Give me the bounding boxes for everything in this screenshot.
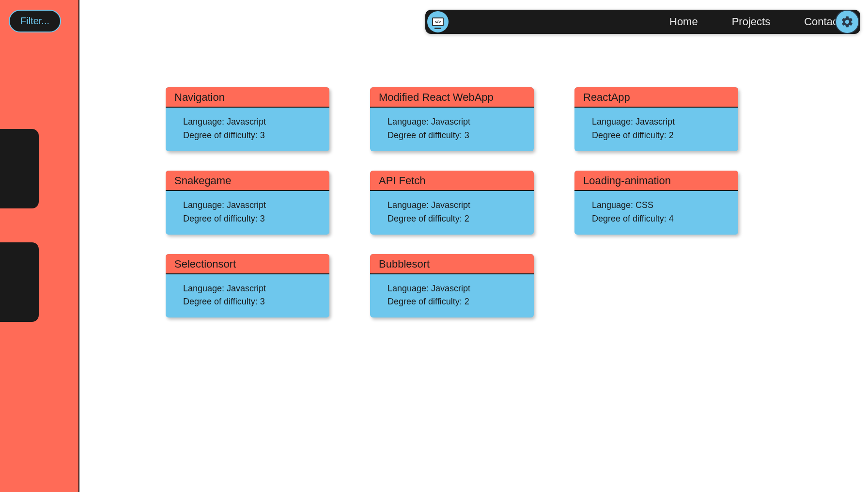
project-card-difficulty: Degree of difficulty: 3 — [183, 129, 321, 143]
project-card-title: Modified React WebApp — [370, 87, 534, 108]
project-card-body: Language: JavascriptDegree of difficulty… — [370, 108, 534, 151]
project-card-difficulty: Degree of difficulty: 2 — [388, 295, 525, 309]
main-content: NavigationLanguage: JavascriptDegree of … — [79, 0, 868, 492]
project-card[interactable]: Loading-animationLanguage: CSSDegree of … — [574, 171, 738, 235]
project-card-difficulty: Degree of difficulty: 3 — [183, 295, 321, 309]
sidebar-panel-1[interactable] — [0, 129, 39, 208]
project-card-body: Language: JavascriptDegree of difficulty… — [574, 108, 738, 151]
project-card-body: Language: JavascriptDegree of difficulty… — [370, 274, 534, 318]
project-card-title: API Fetch — [370, 171, 534, 191]
project-card-difficulty: Degree of difficulty: 3 — [388, 129, 525, 143]
sidebar: Filter... — [0, 0, 79, 492]
project-card-language: Language: Javascript — [592, 115, 729, 129]
project-card-language: Language: Javascript — [388, 199, 525, 212]
gear-icon — [840, 15, 854, 29]
projects-grid: NavigationLanguage: JavascriptDegree of … — [166, 87, 868, 317]
project-card-title: Selectionsort — [166, 254, 329, 274]
project-card-body: Language: JavascriptDegree of difficulty… — [166, 191, 329, 235]
project-card-body: Language: JavascriptDegree of difficulty… — [166, 108, 329, 151]
project-card-language: Language: Javascript — [183, 115, 321, 129]
project-card-title: Bubblesort — [370, 254, 534, 274]
project-card-body: Language: JavascriptDegree of difficulty… — [166, 274, 329, 318]
project-card[interactable]: NavigationLanguage: JavascriptDegree of … — [166, 87, 329, 151]
project-card-title: Loading-animation — [574, 171, 738, 191]
project-card-language: Language: CSS — [592, 199, 729, 212]
project-card-title: Snakegame — [166, 171, 329, 191]
project-card-difficulty: Degree of difficulty: 4 — [592, 212, 729, 226]
project-card-difficulty: Degree of difficulty: 2 — [388, 212, 525, 226]
project-card-body: Language: JavascriptDegree of difficulty… — [370, 191, 534, 235]
project-card-difficulty: Degree of difficulty: 2 — [592, 129, 729, 143]
filter-button[interactable]: Filter... — [9, 10, 61, 32]
project-card[interactable]: API FetchLanguage: JavascriptDegree of d… — [370, 171, 534, 235]
project-card-title: ReactApp — [574, 87, 738, 108]
project-card[interactable]: SnakegameLanguage: JavascriptDegree of d… — [166, 171, 329, 235]
project-card-language: Language: Javascript — [183, 199, 321, 212]
sidebar-panel-2[interactable] — [0, 242, 39, 322]
settings-button[interactable] — [835, 10, 859, 34]
filter-button-label: Filter... — [20, 16, 49, 26]
project-card-title: Navigation — [166, 87, 329, 108]
project-card[interactable]: SelectionsortLanguage: JavascriptDegree … — [166, 254, 329, 318]
project-card-body: Language: CSSDegree of difficulty: 4 — [574, 191, 738, 235]
project-card-language: Language: Javascript — [183, 282, 321, 296]
project-card-difficulty: Degree of difficulty: 3 — [183, 212, 321, 226]
project-card[interactable]: ReactAppLanguage: JavascriptDegree of di… — [574, 87, 738, 151]
project-card-language: Language: Javascript — [388, 282, 525, 296]
project-card[interactable]: BubblesortLanguage: JavascriptDegree of … — [370, 254, 534, 318]
project-card-language: Language: Javascript — [388, 115, 525, 129]
project-card[interactable]: Modified React WebAppLanguage: Javascrip… — [370, 87, 534, 151]
